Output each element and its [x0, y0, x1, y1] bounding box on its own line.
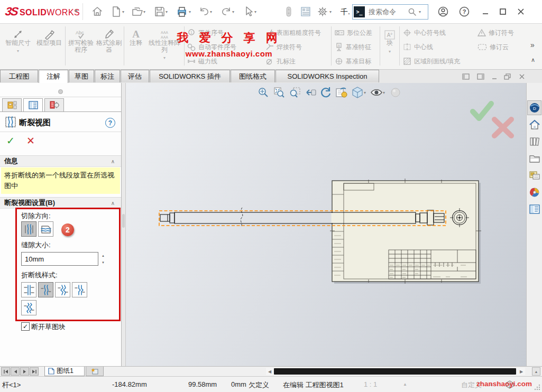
ribbon-datum-target[interactable]: 基准目标 [335, 55, 371, 68]
ribbon-center-mark[interactable]: 中心符号线 [403, 26, 446, 39]
panel-splitter-handle[interactable] [122, 214, 125, 228]
status-sheet-scale[interactable]: 1 : 1 [364, 380, 377, 388]
panel-tab-feature-tree[interactable] [2, 98, 22, 112]
zoom-area-button[interactable] [288, 86, 302, 99]
break-sketch-blocks-checkbox[interactable]: ✓ [21, 322, 30, 331]
search-input[interactable] [368, 7, 408, 16]
tab-markup[interactable]: 标注 [95, 70, 120, 82]
ribbon-gtol[interactable]: 形位公差 [335, 26, 372, 39]
confirm-check-mark[interactable] [473, 104, 491, 118]
taskpane-file-explorer-button[interactable] [527, 151, 541, 166]
dock-panel-right-button[interactable] [475, 72, 486, 81]
taskpane-resources-button[interactable] [527, 117, 541, 132]
close-button[interactable] [514, 5, 528, 18]
new-document-caret[interactable]: ▾ [121, 10, 126, 15]
print-caret[interactable]: ▾ [187, 10, 192, 15]
print-button[interactable] [176, 5, 188, 18]
panel-ok-button[interactable]: ✓ [6, 135, 15, 147]
ribbon-model-items[interactable]: 模型项目 [35, 26, 63, 46]
panel-splitter[interactable] [122, 83, 126, 366]
account-button[interactable] [437, 5, 449, 18]
ribbon-revision-symbol[interactable]: 修订符号 [477, 26, 514, 39]
panel-help-button[interactable]: ? [105, 118, 115, 128]
options-caret[interactable]: ▾ [328, 10, 333, 15]
tab-annotation[interactable]: 注解 [39, 70, 68, 83]
info-collapse-chevron[interactable]: ∧ [111, 158, 115, 164]
search-caret[interactable]: ▾ [419, 10, 421, 14]
doc-minimize-button[interactable] [489, 72, 500, 81]
open-caret[interactable]: ▾ [142, 10, 147, 15]
ribbon-overflow-button[interactable]: » [530, 41, 535, 49]
scrollbar-thumb[interactable] [274, 368, 516, 375]
display-style-button[interactable] [370, 86, 383, 99]
save-caret[interactable]: ▾ [164, 10, 169, 15]
tab-evaluate[interactable]: 评估 [121, 70, 149, 82]
3d-drawing-view-button[interactable] [335, 86, 348, 99]
panel-tab-property-manager[interactable] [23, 98, 43, 112]
ribbon-block[interactable]: A° 块 ▾ [382, 26, 398, 55]
sheet-nav-prev-button[interactable] [11, 367, 20, 376]
view-orientation-caret[interactable]: ▾ [364, 90, 366, 95]
minimize-button[interactable] [479, 5, 492, 18]
ribbon-area-hatch[interactable]: 区域剖面线/填充 [403, 55, 460, 68]
scroll-left-arrow[interactable]: ◀ [266, 368, 273, 375]
ribbon-smart-dimension[interactable]: 智能尺寸 ▾ [2, 26, 34, 54]
horizontal-scrollbar[interactable]: ◀ ▶ [266, 368, 525, 375]
resize-grip[interactable] [534, 384, 540, 390]
doc-restore-button[interactable] [501, 72, 513, 81]
scroll-right-arrow[interactable]: ▶ [518, 368, 525, 375]
home-button[interactable] [91, 5, 104, 18]
task-list-button[interactable] [299, 5, 312, 18]
feature-tree-splitter[interactable] [0, 83, 121, 97]
view-orientation-button[interactable] [351, 86, 364, 99]
status-scale-caret[interactable]: ▲ [403, 382, 407, 387]
taskpane-3dexperience-button[interactable]: D [527, 100, 541, 115]
block-caret[interactable]: ▾ [382, 48, 398, 55]
cancel-x-mark[interactable] [494, 119, 511, 136]
ribbon-note[interactable]: A 注释 [126, 26, 146, 46]
options-button[interactable] [316, 5, 329, 18]
ribbon-datum-feature[interactable]: A 基准特征 [335, 41, 371, 53]
settings-section-header[interactable]: 断裂视图设置(B) ∧ [0, 197, 121, 209]
taskpane-custom-properties-button[interactable] [527, 202, 541, 217]
drawing-sheet[interactable] [126, 83, 526, 366]
dock-panel-left-button[interactable] [460, 72, 472, 81]
taskpane-view-palette-button[interactable] [527, 168, 541, 183]
undo-caret[interactable]: ▾ [208, 10, 214, 15]
sheet-nav-next-button[interactable] [20, 367, 29, 376]
maximize-button[interactable] [496, 5, 510, 18]
search-icon[interactable] [408, 7, 417, 16]
select-caret[interactable]: ▾ [253, 10, 258, 15]
settings-collapse-chevron[interactable]: ∧ [111, 200, 115, 206]
hide-show-items-button[interactable] [389, 86, 402, 99]
tab-sketch[interactable]: 草图 [69, 70, 94, 82]
touch-mode-button[interactable] [282, 5, 295, 18]
smart-dimension-caret[interactable]: ▾ [2, 48, 34, 54]
logo-flyout-arrow[interactable]: ▸ [75, 7, 78, 14]
panel-cancel-button[interactable]: ✕ [26, 135, 35, 147]
sheet-nav-first-button[interactable] [1, 367, 10, 376]
sheet-paper[interactable] [332, 181, 479, 282]
ribbon-format-painter[interactable]: 格式涂刷器 [95, 26, 123, 53]
panel-tab-configurations[interactable] [44, 98, 64, 112]
previous-view-button[interactable] [304, 86, 318, 99]
tab-sheet-format[interactable]: 图纸格式 [231, 70, 275, 82]
ribbon-collapse-button[interactable]: ∧ [531, 57, 535, 63]
tab-drawing[interactable]: 工程图 [0, 70, 38, 82]
graphics-area[interactable]: ▾ ▾ [126, 83, 526, 366]
ribbon-spell-checker[interactable]: Abc 拼写检验程序 [67, 26, 95, 53]
taskpane-appearances-button[interactable] [527, 185, 541, 200]
ribbon-revision-cloud[interactable]: 修订云 [477, 41, 509, 53]
redo-caret[interactable]: ▾ [231, 10, 236, 15]
info-section-header[interactable]: 信息 ∧ [0, 155, 121, 167]
splitter-handle-dot[interactable] [58, 89, 63, 94]
ribbon-centerline[interactable]: 中心线 [403, 41, 433, 53]
tab-inspection[interactable]: SOLIDWORKS Inspection [275, 70, 379, 82]
doc-close-button[interactable] [516, 72, 528, 81]
zoom-fit-button[interactable] [256, 86, 270, 99]
sheet-nav-last-button[interactable] [30, 367, 39, 376]
display-style-caret[interactable]: ▾ [383, 90, 385, 95]
rotate-view-button[interactable] [319, 86, 333, 99]
zoom-window-button[interactable] [272, 86, 286, 99]
help-button[interactable]: ? [458, 5, 471, 18]
